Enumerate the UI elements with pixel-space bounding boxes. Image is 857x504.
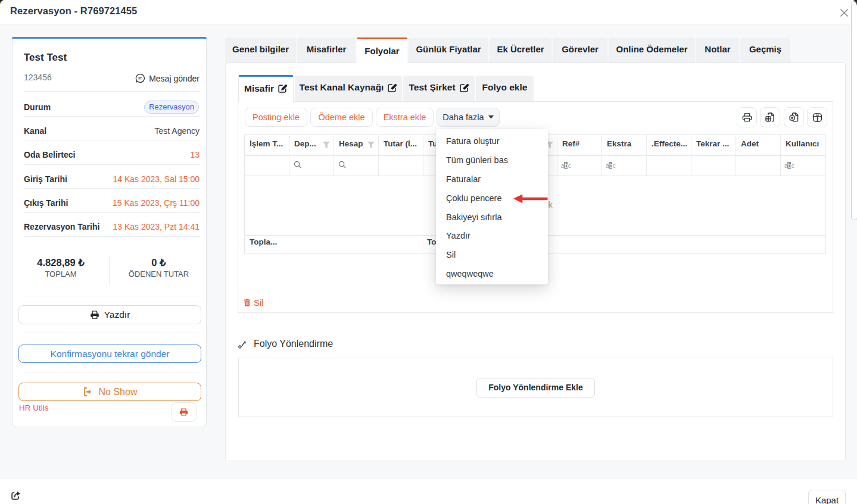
svg-text:c: c — [791, 162, 794, 169]
svg-text:c: c — [568, 162, 571, 169]
svg-text:c: c — [613, 162, 616, 169]
